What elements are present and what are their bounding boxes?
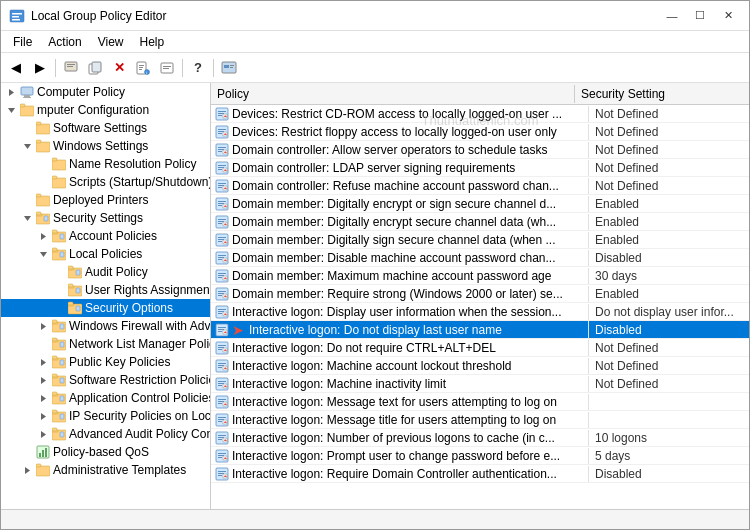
tree-item-network-list[interactable]: Network List Manager Polici... <box>1 335 210 353</box>
table-row[interactable]: Interactive logon: Prompt user to change… <box>211 447 749 465</box>
tree-expand-software-restriction[interactable] <box>35 372 51 388</box>
help-button[interactable]: ? <box>187 57 209 79</box>
svg-rect-205 <box>218 399 226 400</box>
table-row[interactable]: Devices: Restrict floppy access to local… <box>211 123 749 141</box>
tree-icon-software-restriction <box>51 372 67 388</box>
export-button[interactable] <box>156 57 178 79</box>
svg-rect-84 <box>52 374 57 377</box>
table-row[interactable]: Interactive logon: Message title for use… <box>211 411 749 429</box>
svg-rect-39 <box>36 194 41 197</box>
menu-item-action[interactable]: Action <box>40 33 89 51</box>
up-button[interactable] <box>60 57 82 79</box>
svg-rect-225 <box>218 457 222 458</box>
tree-item-local-policies[interactable]: Local Policies <box>1 245 210 263</box>
svg-rect-90 <box>60 396 64 401</box>
table-row[interactable]: Domain controller: Refuse machine accoun… <box>211 177 749 195</box>
policy-column-header: Policy <box>211 85 575 103</box>
tree-expand-computer-policy[interactable] <box>3 84 19 100</box>
tree-item-audit-policy[interactable]: Audit Policy <box>1 263 210 281</box>
tree-item-deployed-printers[interactable]: Deployed Printers <box>1 191 210 209</box>
table-row[interactable]: Domain member: Digitally sign secure cha… <box>211 231 749 249</box>
tree-item-name-resolution[interactable]: Name Resolution Policy <box>1 155 210 173</box>
tree-item-windows-settings[interactable]: Windows Settings <box>1 137 210 155</box>
tree-expand-security-settings[interactable] <box>19 210 35 226</box>
minimize-button[interactable]: — <box>659 6 685 26</box>
table-row[interactable]: Domain member: Require strong (Windows 2… <box>211 285 749 303</box>
tree-item-account-policies[interactable]: Account Policies <box>1 227 210 245</box>
tree-expand-advanced-audit[interactable] <box>35 426 51 442</box>
policy-icon-18 <box>215 431 229 445</box>
menu-item-help[interactable]: Help <box>132 33 173 51</box>
menu-item-view[interactable]: View <box>90 33 132 51</box>
tree-item-software-settings[interactable]: Software Settings <box>1 119 210 137</box>
tree-item-computer-config[interactable]: mputer Configuration <box>1 101 210 119</box>
back-button[interactable]: ◀ <box>5 57 27 79</box>
table-row[interactable]: Interactive logon: Number of previous lo… <box>211 429 749 447</box>
tree-item-security-settings[interactable]: Security Settings <box>1 209 210 227</box>
svg-rect-57 <box>68 266 73 269</box>
policy-text-13: Interactive logon: Do not require CTRL+A… <box>232 341 496 355</box>
tree-item-ip-security[interactable]: IP Security Policies on Local... <box>1 407 210 425</box>
copy-button[interactable] <box>84 57 106 79</box>
tree-expand-public-key[interactable] <box>35 354 51 370</box>
table-row[interactable]: Interactive logon: Machine inactivity li… <box>211 375 749 393</box>
table-row[interactable]: Interactive logon: Message text for user… <box>211 393 749 411</box>
table-row[interactable]: Devices: Restrict CD-ROM access to local… <box>211 105 749 123</box>
table-row[interactable]: Domain controller: Allow server operator… <box>211 141 749 159</box>
table-row[interactable]: Interactive logon: Machine account locko… <box>211 357 749 375</box>
tree-icon-windows-settings <box>35 138 51 154</box>
maximize-button[interactable]: ☐ <box>687 6 713 26</box>
selected-arrow: ➤ <box>232 322 244 338</box>
tree-item-scripts[interactable]: Scripts (Startup/Shutdown) <box>1 173 210 191</box>
svg-rect-38 <box>36 196 50 206</box>
tree-item-app-control[interactable]: Application Control Policies <box>1 389 210 407</box>
delete-button[interactable]: ✕ <box>108 57 130 79</box>
forward-button[interactable]: ▶ <box>29 57 51 79</box>
tree-expand-windows-settings[interactable] <box>19 138 35 154</box>
tree-item-advanced-audit[interactable]: Advanced Audit Policy Conf... <box>1 425 210 443</box>
console-button[interactable] <box>218 57 240 79</box>
left-panel[interactable]: Computer Policymputer ConfigurationSoftw… <box>1 83 211 509</box>
tree-expand-app-control[interactable] <box>35 390 51 406</box>
cell-setting-9: 30 days <box>589 268 749 284</box>
tree-expand-admin-templates[interactable] <box>19 462 35 478</box>
policy-icon-2 <box>215 143 229 157</box>
cell-policy-8: Domain member: Disable machine account p… <box>211 250 589 266</box>
tree-item-windows-firewall[interactable]: Windows Firewall with Adva... <box>1 317 210 335</box>
tree-item-policy-qos[interactable]: Policy-based QoS <box>1 443 210 461</box>
tree-expand-ip-security[interactable] <box>35 408 51 424</box>
table-row[interactable]: Interactive logon: Do not require CTRL+A… <box>211 339 749 357</box>
up-icon <box>64 61 78 75</box>
policy-text-12: Interactive logon: Do not display last u… <box>249 323 502 337</box>
close-button[interactable]: ✕ <box>715 6 741 26</box>
table-row[interactable]: Domain controller: LDAP server signing r… <box>211 159 749 177</box>
svg-rect-17 <box>163 68 169 69</box>
tree-expand-account-policies[interactable] <box>35 228 51 244</box>
tree-item-software-restriction[interactable]: Software Restriction Policies <box>1 371 210 389</box>
tree-item-admin-templates[interactable]: Administrative Templates <box>1 461 210 479</box>
tree-item-user-rights[interactable]: User Rights Assignment <box>1 281 210 299</box>
policy-icon-6 <box>215 215 229 229</box>
tree-item-public-key[interactable]: Public Key Policies <box>1 353 210 371</box>
table-row[interactable]: Domain member: Maximum machine account p… <box>211 267 749 285</box>
svg-rect-102 <box>39 453 41 457</box>
svg-rect-183 <box>218 331 222 332</box>
table-row[interactable]: Domain member: Digitally encrypt secure … <box>211 213 749 231</box>
properties-button[interactable]: i <box>132 57 154 79</box>
cell-setting-13: Not Defined <box>589 340 749 356</box>
table-row[interactable]: ➤Interactive logon: Do not display last … <box>211 321 749 339</box>
cell-policy-12: ➤Interactive logon: Do not display last … <box>211 321 589 339</box>
table-row[interactable]: Interactive logon: Display user informat… <box>211 303 749 321</box>
menu-item-file[interactable]: File <box>5 33 40 51</box>
policy-icon-12 <box>215 323 229 337</box>
tree-expand-windows-firewall[interactable] <box>35 318 51 334</box>
tree-item-security-options[interactable]: Security Options <box>1 299 210 317</box>
table-body[interactable]: Devices: Restrict CD-ROM access to local… <box>211 105 749 509</box>
tree-expand-local-policies[interactable] <box>35 246 51 262</box>
table-row[interactable]: Interactive logon: Require Domain Contro… <box>211 465 749 483</box>
svg-rect-115 <box>218 129 226 130</box>
table-row[interactable]: Domain member: Digitally encrypt or sign… <box>211 195 749 213</box>
tree-item-computer-policy[interactable]: Computer Policy <box>1 83 210 101</box>
tree-expand-computer-config[interactable] <box>3 102 19 118</box>
table-row[interactable]: Domain member: Disable machine account p… <box>211 249 749 267</box>
